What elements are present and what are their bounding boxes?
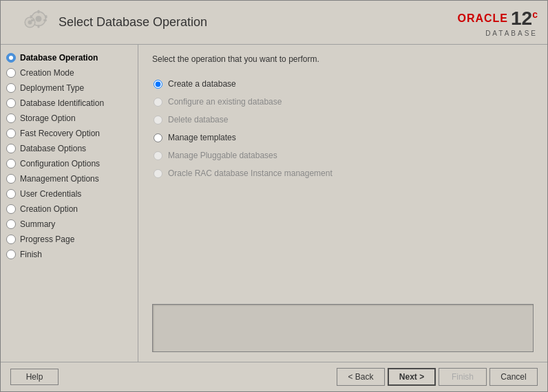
title-bar: Select Database Operation ORACLE 12c DAT… <box>1 1 547 45</box>
sidebar-dot-creation-option <box>6 204 16 214</box>
sidebar-item-fast-recovery-option[interactable]: Fast Recovery Option <box>1 126 138 141</box>
sidebar-dot-database-operation <box>6 53 16 63</box>
sidebar-label-storage-option: Storage Option <box>20 113 76 123</box>
oracle-logo-top: ORACLE 12c <box>457 8 538 30</box>
sidebar-dot-progress-page <box>6 235 16 244</box>
sidebar-item-user-credentials[interactable]: User Credentials <box>1 186 138 202</box>
radio-label-manage-pluggable: Manage Pluggable databases <box>168 151 277 160</box>
svg-point-1 <box>36 16 42 22</box>
svg-rect-9 <box>43 19 46 21</box>
sidebar-item-database-options[interactable]: Database Options <box>1 141 138 156</box>
main-window: Select Database Operation ORACLE 12c DAT… <box>0 0 548 392</box>
sidebar-dot-deployment-type <box>6 83 16 93</box>
radio-option-manage-templates[interactable]: Manage templates <box>152 129 534 146</box>
sidebar-label-management-options: Management Options <box>20 174 99 184</box>
svg-rect-8 <box>31 19 34 21</box>
sidebar-dot-summary <box>6 219 16 229</box>
sidebar-item-configuration-options[interactable]: Configuration Options <box>1 156 138 171</box>
sidebar-dot-storage-option <box>6 113 16 123</box>
instruction-text: Select the operation that you want to pe… <box>152 54 534 64</box>
sidebar-label-user-credentials: User Credentials <box>20 189 81 199</box>
radio-label-delete-database: Delete database <box>168 115 228 124</box>
radio-label-create-database: Create a database <box>168 79 236 89</box>
help-button[interactable]: Help <box>10 369 59 385</box>
nav-buttons: < Back Next > Finish Cancel <box>337 368 538 386</box>
next-button[interactable]: Next > <box>388 368 436 386</box>
sidebar-dot-configuration-options <box>6 159 16 168</box>
back-button[interactable]: < Back <box>337 368 385 386</box>
radio-input-delete-database <box>154 116 162 124</box>
radio-input-manage-templates[interactable] <box>154 133 162 142</box>
oracle-logo: ORACLE 12c DATABASE <box>457 8 538 37</box>
radio-option-create-database[interactable]: Create a database <box>152 75 534 93</box>
sidebar-dot-management-options <box>6 174 16 184</box>
sidebar-label-database-operation: Database Operation <box>20 53 98 63</box>
sidebar-label-creation-mode: Creation Mode <box>20 68 74 78</box>
sidebar-dot-database-identification <box>6 98 16 108</box>
sidebar-item-database-identification[interactable]: Database Identification <box>1 96 138 111</box>
radio-input-configure-existing <box>154 98 162 107</box>
bottom-bar: Help < Back Next > Finish Cancel <box>1 362 547 391</box>
options-area: Create a databaseConfigure an existing d… <box>152 75 534 298</box>
sidebar-item-creation-mode[interactable]: Creation Mode <box>1 65 138 80</box>
radio-label-manage-templates: Manage templates <box>168 133 236 142</box>
sidebar-item-progress-page[interactable]: Progress Page <box>1 232 138 247</box>
sidebar-item-database-operation[interactable]: Database Operation <box>1 50 138 65</box>
oracle-database-label: DATABASE <box>485 30 538 37</box>
window-title: Select Database Operation <box>59 15 207 30</box>
sidebar: Database OperationCreation ModeDeploymen… <box>1 45 138 362</box>
radio-input-oracle-rac <box>154 169 162 178</box>
radio-input-create-database[interactable] <box>154 80 162 89</box>
sidebar-item-storage-option[interactable]: Storage Option <box>1 111 138 126</box>
radio-option-oracle-rac: Oracle RAC database Instance management <box>152 164 534 182</box>
sidebar-dot-finish <box>6 250 16 259</box>
sidebar-dot-creation-mode <box>6 68 16 78</box>
sidebar-label-database-options: Database Options <box>20 144 86 153</box>
sidebar-label-deployment-type: Deployment Type <box>20 83 84 93</box>
sidebar-label-finish: Finish <box>20 250 42 259</box>
sidebar-label-fast-recovery-option: Fast Recovery Option <box>20 129 100 138</box>
svg-rect-4 <box>38 10 40 13</box>
radio-option-configure-existing: Configure an existing database <box>152 93 534 111</box>
radio-label-oracle-rac: Oracle RAC database Instance management <box>168 168 333 178</box>
content-area: Select the operation that you want to pe… <box>138 45 547 362</box>
sidebar-dot-fast-recovery-option <box>6 129 16 138</box>
sidebar-label-configuration-options: Configuration Options <box>20 159 100 168</box>
description-area <box>152 304 534 352</box>
svg-rect-5 <box>38 25 40 28</box>
radio-input-manage-pluggable <box>154 151 162 160</box>
main-content: Database OperationCreation ModeDeploymen… <box>1 45 547 362</box>
sidebar-item-deployment-type[interactable]: Deployment Type <box>1 80 138 96</box>
gear-icon <box>10 6 52 39</box>
sidebar-item-management-options[interactable]: Management Options <box>1 171 138 186</box>
sidebar-label-summary: Summary <box>20 219 55 229</box>
oracle-text: ORACLE <box>457 12 508 25</box>
sidebar-item-summary[interactable]: Summary <box>1 217 138 232</box>
radio-option-manage-pluggable: Manage Pluggable databases <box>152 146 534 164</box>
sidebar-item-finish[interactable]: Finish <box>1 247 138 262</box>
sidebar-item-creation-option[interactable]: Creation Option <box>1 202 138 217</box>
svg-rect-7 <box>45 15 48 18</box>
radio-option-delete-database: Delete database <box>152 111 534 129</box>
cancel-button[interactable]: Cancel <box>489 368 538 386</box>
sidebar-label-progress-page: Progress Page <box>20 235 74 244</box>
svg-rect-6 <box>30 15 32 18</box>
sidebar-dot-user-credentials <box>6 189 16 199</box>
title-left: Select Database Operation <box>10 6 207 39</box>
sidebar-label-creation-option: Creation Option <box>20 204 78 214</box>
oracle-version: 12c <box>511 8 538 30</box>
finish-button[interactable]: Finish <box>439 368 487 386</box>
radio-label-configure-existing: Configure an existing database <box>168 97 282 107</box>
sidebar-dot-database-options <box>6 144 16 153</box>
sidebar-label-database-identification: Database Identification <box>20 98 104 108</box>
